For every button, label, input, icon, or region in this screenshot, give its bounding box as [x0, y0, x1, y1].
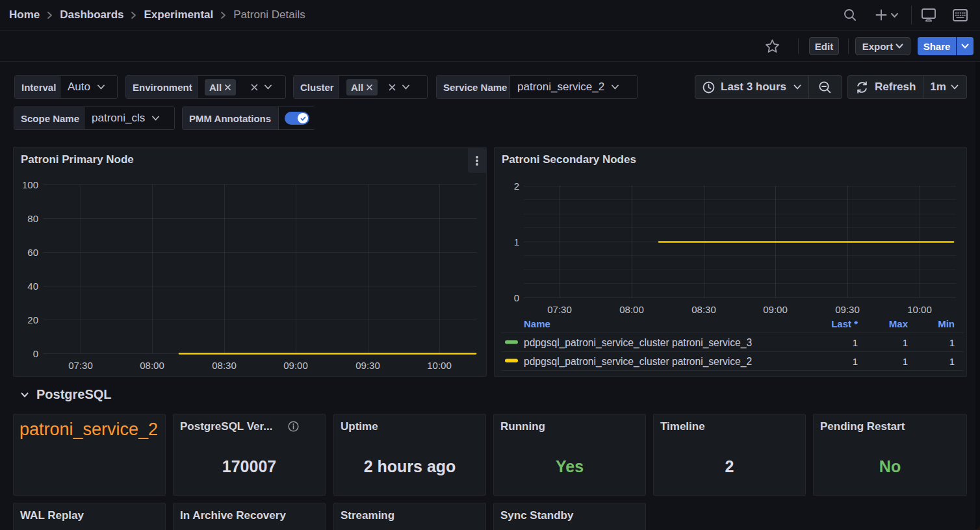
svg-text:1: 1 [903, 356, 908, 367]
svg-text:09:00: 09:00 [283, 360, 308, 371]
svg-text:0: 0 [33, 348, 38, 359]
svg-text:09:00: 09:00 [763, 304, 788, 315]
svg-text:Name: Name [524, 318, 550, 329]
svg-text:Last *: Last * [831, 318, 858, 329]
svg-text:20: 20 [27, 314, 38, 325]
svg-text:08:00: 08:00 [140, 360, 164, 371]
svg-text:1: 1 [853, 356, 858, 367]
svg-text:Max: Max [889, 318, 909, 329]
svg-text:10:00: 10:00 [427, 360, 452, 371]
svg-text:1: 1 [903, 337, 908, 348]
svg-text:08:00: 08:00 [619, 304, 644, 315]
svg-text:07:30: 07:30 [547, 304, 572, 315]
svg-text:1: 1 [514, 236, 519, 247]
svg-text:08:30: 08:30 [212, 360, 237, 371]
svg-text:40: 40 [27, 281, 38, 292]
svg-text:10:00: 10:00 [907, 304, 932, 315]
svg-text:pdpgsql_patroni_service_cluste: pdpgsql_patroni_service_cluster patroni_… [524, 356, 752, 368]
svg-text:100: 100 [22, 179, 38, 190]
svg-text:09:30: 09:30 [835, 304, 860, 315]
svg-text:2: 2 [514, 181, 519, 192]
svg-text:80: 80 [27, 213, 38, 224]
svg-text:60: 60 [27, 247, 38, 258]
svg-text:0: 0 [514, 292, 519, 303]
svg-text:07:30: 07:30 [68, 360, 93, 371]
svg-text:1: 1 [949, 337, 955, 348]
svg-text:1: 1 [853, 337, 858, 348]
svg-text:Min: Min [938, 318, 955, 329]
svg-text:1: 1 [949, 356, 955, 367]
svg-text:08:30: 08:30 [691, 304, 716, 315]
svg-text:09:30: 09:30 [355, 360, 380, 371]
svg-text:pdpgsql_patroni_service_cluste: pdpgsql_patroni_service_cluster patroni_… [524, 337, 752, 349]
